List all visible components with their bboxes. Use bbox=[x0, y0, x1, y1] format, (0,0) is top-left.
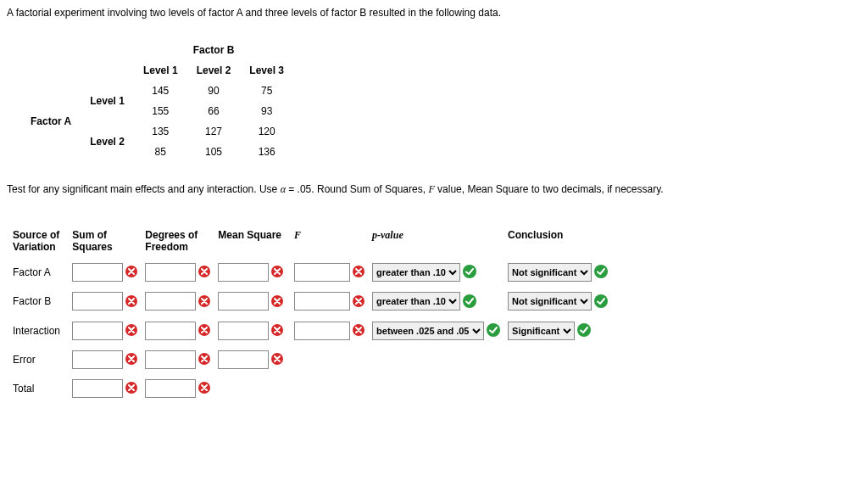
df-tot-input[interactable] bbox=[145, 379, 196, 398]
pvalue-a-select[interactable]: greater than .10 bbox=[372, 263, 460, 282]
svg-point-16 bbox=[487, 323, 500, 337]
val: 85 bbox=[135, 143, 186, 161]
ss-b-input[interactable] bbox=[72, 292, 123, 311]
anova-table: Source ofVariation Sum ofSquares Degrees… bbox=[7, 220, 615, 407]
x-icon bbox=[352, 323, 365, 339]
f-int-input[interactable] bbox=[294, 322, 350, 340]
x-icon bbox=[270, 294, 284, 311]
col-source: Source ofVariation bbox=[12, 228, 66, 254]
check-icon bbox=[486, 322, 501, 340]
check-icon bbox=[593, 264, 609, 282]
x-icon bbox=[270, 323, 284, 339]
check-icon bbox=[462, 264, 477, 282]
row-interaction: Interaction bbox=[12, 321, 66, 341]
col-level1: Level 1 bbox=[135, 61, 186, 80]
factor-a-label: Factor A bbox=[22, 102, 80, 141]
data-table: Factor B Level 1 Level 2 Level 3 Level 1… bbox=[20, 39, 294, 163]
col-ss: Sum ofSquares bbox=[71, 228, 139, 254]
ss-int-input[interactable] bbox=[72, 322, 123, 340]
x-icon bbox=[198, 352, 211, 368]
factor-b-header: Factor B bbox=[135, 41, 292, 59]
pvalue-b-select[interactable]: greater than .10 bbox=[372, 292, 460, 311]
df-b-input[interactable] bbox=[145, 292, 196, 311]
check-icon bbox=[462, 294, 477, 311]
col-level3: Level 3 bbox=[241, 61, 292, 80]
concl-b-select[interactable]: Not significant bbox=[508, 292, 592, 311]
col-ms: Mean Square bbox=[217, 228, 288, 254]
pvalue-int-select[interactable]: between .025 and .05 bbox=[372, 322, 484, 340]
concl-a-select[interactable]: Not significant bbox=[508, 263, 592, 282]
df-int-input[interactable] bbox=[145, 322, 196, 340]
x-icon bbox=[198, 294, 211, 311]
val: 93 bbox=[241, 102, 292, 120]
svg-point-4 bbox=[463, 265, 476, 278]
f-a-input[interactable] bbox=[294, 263, 350, 282]
val: 66 bbox=[188, 102, 240, 120]
ss-tot-input[interactable] bbox=[72, 379, 123, 398]
df-a-input[interactable] bbox=[145, 263, 196, 282]
svg-point-17 bbox=[577, 323, 591, 337]
x-icon bbox=[198, 265, 211, 281]
x-icon bbox=[198, 381, 211, 397]
row-total: Total bbox=[12, 378, 66, 399]
row-factor-b: Factor B bbox=[12, 291, 66, 311]
x-icon bbox=[125, 323, 138, 339]
row-level1: Level 1 bbox=[81, 81, 133, 120]
x-icon bbox=[270, 352, 284, 368]
check-icon bbox=[593, 294, 609, 311]
ss-a-input[interactable] bbox=[72, 263, 123, 282]
df-err-input[interactable] bbox=[145, 350, 196, 369]
intro-text: A factorial experiment involving two lev… bbox=[7, 7, 861, 19]
row-level2: Level 2 bbox=[81, 122, 133, 161]
col-conclusion: Conclusion bbox=[507, 228, 609, 254]
val: 135 bbox=[135, 122, 186, 141]
x-icon bbox=[125, 352, 138, 368]
x-icon bbox=[125, 381, 138, 397]
svg-point-10 bbox=[463, 294, 476, 308]
ss-err-input[interactable] bbox=[72, 350, 123, 369]
svg-point-5 bbox=[594, 265, 608, 278]
x-icon bbox=[352, 265, 365, 281]
val: 105 bbox=[188, 143, 240, 161]
col-df: Degrees ofFreedom bbox=[144, 228, 212, 254]
val: 145 bbox=[135, 81, 186, 100]
ms-int-input[interactable] bbox=[218, 322, 269, 340]
col-pvalue: p-value bbox=[371, 228, 502, 254]
x-icon bbox=[198, 323, 211, 339]
check-icon bbox=[576, 322, 592, 340]
instruction-text: Test for any significant main effects an… bbox=[7, 183, 861, 196]
val: 136 bbox=[241, 143, 292, 161]
x-icon bbox=[125, 294, 138, 311]
val: 155 bbox=[135, 102, 186, 120]
col-f: F bbox=[293, 228, 366, 254]
row-factor-a: Factor A bbox=[12, 262, 66, 283]
f-b-input[interactable] bbox=[294, 292, 350, 311]
svg-point-11 bbox=[594, 294, 608, 308]
concl-int-select[interactable]: Significant bbox=[508, 322, 575, 340]
val: 127 bbox=[188, 122, 240, 141]
val: 75 bbox=[241, 81, 292, 100]
row-error: Error bbox=[12, 350, 66, 370]
x-icon bbox=[125, 265, 138, 281]
x-icon bbox=[352, 294, 365, 311]
x-icon bbox=[270, 265, 284, 281]
val: 120 bbox=[241, 122, 292, 141]
col-level2: Level 2 bbox=[188, 61, 240, 80]
ms-b-input[interactable] bbox=[218, 292, 269, 311]
ms-a-input[interactable] bbox=[218, 263, 269, 282]
ms-err-input[interactable] bbox=[218, 350, 269, 369]
val: 90 bbox=[188, 81, 240, 100]
